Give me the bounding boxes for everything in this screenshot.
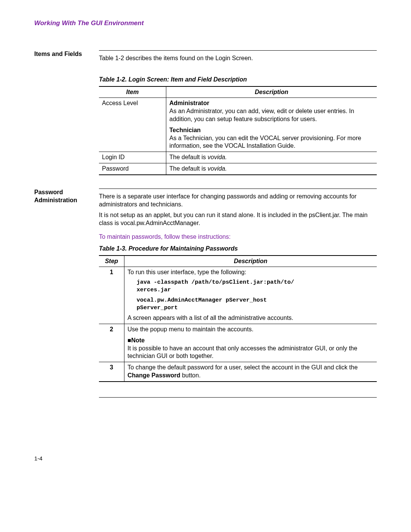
side-label-items-and-fields: Items and Fields: [34, 50, 99, 175]
cell-desc-access: Administrator As an Administrator, you c…: [166, 98, 377, 152]
code-line: xerces.jar: [137, 286, 374, 294]
table-1-3: Step Description 1 To run this user inte…: [99, 255, 377, 382]
tech-head: Technician: [169, 126, 374, 134]
password-admin-instruction: To maintain passwords, follow these inst…: [99, 233, 377, 241]
table-row: 3 To change the default password for a u…: [99, 362, 377, 382]
note-head: ■Note: [127, 337, 374, 345]
table-1-2: Item Description Access Level Administra…: [99, 86, 377, 175]
step-num-1: 1: [99, 267, 124, 324]
code-line: pServer_port: [137, 304, 374, 312]
password-desc-em: vovida.: [208, 165, 227, 172]
step1-outro: A screen appears with a list of all the …: [127, 314, 374, 322]
code-line: java -classpath /path/to/psClient.jar:pa…: [137, 279, 374, 286]
password-admin-p1: There is a separate user interface for c…: [99, 193, 377, 209]
col-item-header: Item: [99, 86, 166, 98]
password-desc-pre: The default is: [169, 165, 208, 172]
cell-item-access: Access Level: [99, 98, 166, 152]
table-row: 2 Use the popup menu to maintain the acc…: [99, 324, 377, 362]
table-row: Step Description: [99, 256, 377, 267]
table-1-3-caption: Table 1-3. Procedure for Maintaining Pas…: [99, 245, 377, 253]
step-num-3: 3: [99, 362, 124, 382]
page-footer: 1-4: [34, 455, 377, 462]
step3-strong: Change Password: [127, 372, 180, 379]
col-description-header: Description: [166, 86, 377, 98]
table-row: Item Description: [99, 86, 377, 98]
login-desc-pre: The default is: [169, 154, 208, 160]
table-row: 1 To run this user interface, type the f…: [99, 267, 377, 324]
step2-intro: Use the popup menu to maintain the accou…: [127, 326, 374, 334]
note-body: It is possible to have an account that o…: [127, 345, 374, 361]
login-desc-em: vovida.: [208, 154, 227, 160]
step1-intro: To run this user interface, type the fol…: [127, 268, 374, 276]
table-1-2-caption: Table 1-2. Login Screen: Item and Field …: [99, 76, 377, 84]
content-items-and-fields: Table 1-2 describes the items found on t…: [99, 50, 377, 175]
step-desc-3: To change the default password for a use…: [124, 362, 377, 382]
content-password-admin: There is a separate user interface for c…: [99, 189, 377, 398]
cell-desc-password: The default is vovida.: [166, 163, 377, 175]
table-row: Password The default is vovida.: [99, 163, 377, 175]
step1-code-block-2: vocal.pw.AdminAcctManager pServer_host p…: [137, 297, 374, 312]
step-desc-2: Use the popup menu to maintain the accou…: [124, 324, 377, 362]
page-header-title: Working With The GUI Environment: [34, 19, 377, 27]
col-step-header: Step: [99, 256, 124, 267]
cell-item-password: Password: [99, 163, 166, 175]
step-desc-1: To run this user interface, type the fol…: [124, 267, 377, 324]
cell-item-login: Login ID: [99, 152, 166, 163]
tech-body: As a Technician, you can edit the VOCAL …: [169, 134, 374, 150]
side-label-password-admin: Password Administration: [34, 189, 99, 398]
admin-head: Administrator: [169, 99, 374, 107]
section-end-rule: [99, 397, 377, 398]
step3-pre: To change the default password for a use…: [127, 364, 358, 371]
table-row: Login ID The default is vovida.: [99, 152, 377, 163]
cell-desc-login: The default is vovida.: [166, 152, 377, 163]
col-description-header: Description: [124, 256, 377, 267]
section-password-admin: Password Administration There is a separ…: [34, 189, 377, 398]
step1-code-block-1: java -classpath /path/to/psClient.jar:pa…: [137, 279, 374, 294]
items-and-fields-intro: Table 1-2 describes the items found on t…: [99, 54, 377, 62]
step-num-2: 2: [99, 324, 124, 362]
table-row: Access Level Administrator As an Adminis…: [99, 98, 377, 152]
section-items-and-fields: Items and Fields Table 1-2 describes the…: [34, 50, 377, 175]
code-line: vocal.pw.AdminAcctManager pServer_host: [137, 297, 374, 304]
admin-body: As an Administrator, you can add, view, …: [169, 107, 374, 123]
password-admin-p2: It is not setup as an applet, but you ca…: [99, 211, 377, 227]
step3-post: button.: [180, 372, 201, 379]
